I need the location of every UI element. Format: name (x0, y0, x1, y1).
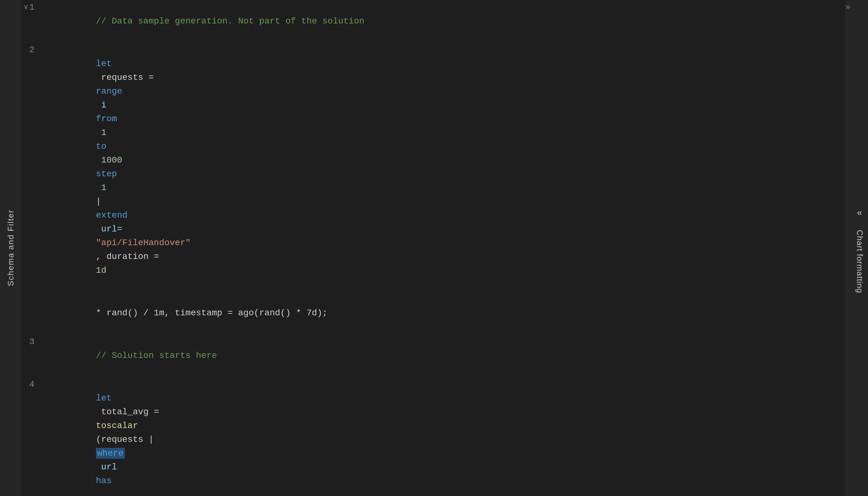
line-number-1: ∨ 1 (21, 1, 40, 14)
num-dur-2: 1d (96, 265, 107, 275)
code-content-2c[interactable]: * rand() / 1m, timestamp = ago(rand() * … (40, 293, 851, 334)
collapse-arrow-1[interactable]: ∨ (24, 1, 28, 14)
pipe-2: | (96, 197, 107, 206)
code-line-2c: * rand() / 1m, timestamp = ago(rand() * … (21, 292, 851, 335)
code-text-2c: * rand() / 1m, timestamp = ago(rand() * … (96, 308, 328, 318)
code-content-4[interactable]: let total_avg = toscalar (requests | whe… (40, 378, 851, 496)
kw-where-4: where (96, 448, 125, 459)
kw-let-2: let (96, 59, 111, 68)
fn-toscalar-4: toscalar (96, 421, 138, 431)
main-content: ∨ 1 // Data sample generation. Not part … (21, 0, 851, 496)
code-url-4: url (96, 462, 122, 472)
schema-filter-sidebar[interactable]: Schema and Filter (0, 0, 21, 496)
kw-range-2: range (96, 87, 122, 96)
comment-3: // Solution starts here (96, 351, 217, 360)
str-url-2: "api/FileHandover" (96, 238, 191, 248)
code-text-2a: requests = (96, 73, 159, 82)
code-text-4b: (requests | (96, 435, 159, 444)
kw-has-4: has (96, 476, 111, 486)
num-1000-2: 1000 (96, 155, 127, 165)
code-content-2[interactable]: let requests = range i from 1 to 1000 st… (40, 43, 851, 291)
kw-extend-2: extend (96, 211, 127, 220)
comment-1: // Data sample generation. Not part of t… (96, 16, 364, 26)
line-number-2: 2 (21, 43, 40, 57)
kw-from-2: from (96, 114, 117, 124)
scroll-up-button[interactable]: » (846, 2, 851, 12)
line-number-3: 3 (21, 335, 40, 349)
code-line-2: 2 let requests = range i from 1 to 1000 … (21, 43, 851, 292)
chart-formatting-sidebar: « Chart formatting (851, 0, 868, 496)
code-url-2: url= (96, 224, 127, 234)
kw-let-4: let (96, 393, 111, 403)
code-text-2b: i (96, 100, 111, 110)
chart-formatting-label[interactable]: Chart formatting (855, 230, 865, 293)
code-content-1[interactable]: // Data sample generation. Not part of t… (40, 1, 851, 42)
kw-step-2: step (96, 169, 117, 179)
code-space-4 (96, 490, 101, 496)
code-editor: ∨ 1 // Data sample generation. Not part … (21, 0, 851, 496)
schema-filter-label: Schema and Filter (6, 210, 16, 286)
code-line-4: 4 let total_avg = toscalar (requests | w… (21, 377, 851, 496)
editor-scrollbar: » (845, 0, 851, 496)
code-line-1: ∨ 1 // Data sample generation. Not part … (21, 0, 851, 43)
num-1-2: 1 (96, 128, 111, 138)
right-sidebar-top: « (854, 203, 865, 220)
num-step-2: 1 (96, 183, 111, 192)
collapse-right-sidebar-button[interactable]: « (854, 206, 865, 220)
line-number-4: 4 (21, 378, 40, 391)
kw-to-2: to (96, 141, 107, 151)
code-dur-2: , duration = (96, 252, 164, 262)
code-content-3[interactable]: // Solution starts here (40, 335, 851, 376)
code-line-3: 3 // Solution starts here (21, 335, 851, 377)
code-lines: ∨ 1 // Data sample generation. Not part … (21, 0, 851, 496)
code-text-4a: total_avg = (96, 407, 164, 417)
